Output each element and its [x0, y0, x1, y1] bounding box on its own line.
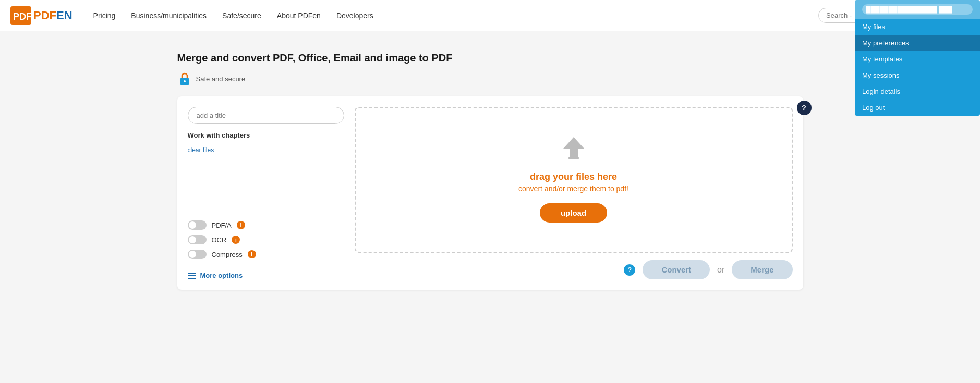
work-chapters-label: Work with chapters: [188, 131, 344, 139]
more-options-button[interactable]: More options: [188, 271, 344, 279]
dropdown-my-preferences[interactable]: My preferences: [855, 35, 980, 51]
nav-developers[interactable]: Developers: [336, 11, 373, 20]
nav-pricing[interactable]: Pricing: [93, 11, 116, 20]
pdfa-info-icon[interactable]: i: [237, 221, 245, 229]
user-dropdown-menu: ████████████████ ███ My files My prefere…: [855, 0, 980, 116]
compress-info-icon[interactable]: i: [248, 250, 256, 258]
clear-files-link[interactable]: clear files: [188, 146, 344, 154]
compress-label: Compress: [212, 251, 243, 258]
logo[interactable]: PDF PDFEN: [10, 6, 72, 25]
more-options-label: More options: [200, 271, 243, 279]
pdfa-label: PDF/A: [212, 221, 232, 229]
upload-button[interactable]: upload: [540, 203, 607, 223]
ocr-label: OCR: [212, 236, 227, 244]
toggle-row-pdfa: PDF/A i: [188, 220, 344, 230]
right-panel: drag your files here convert and/or merg…: [355, 107, 793, 279]
main-nav: Pricing Business/municipalities Safe/sec…: [93, 11, 818, 20]
action-bar: ? Convert or Merge: [355, 260, 793, 279]
svg-rect-5: [568, 157, 579, 159]
merge-button[interactable]: Merge: [732, 260, 792, 279]
dropdown-my-sessions[interactable]: My sessions: [855, 67, 980, 83]
hamburger-icon: [188, 273, 196, 279]
toggles-section: PDF/A i OCR i Compress i: [188, 220, 344, 259]
drop-text-sub: convert and/or merge them to pdf!: [518, 184, 628, 193]
convert-button[interactable]: Convert: [643, 260, 710, 279]
nav-about[interactable]: About PDFen: [277, 11, 321, 20]
ocr-toggle[interactable]: [188, 235, 207, 244]
title-input[interactable]: [188, 107, 344, 124]
logo-en-text: EN: [56, 9, 72, 22]
logo-pdf-text: PDF: [33, 9, 56, 22]
svg-point-3: [184, 80, 186, 82]
toggle-row-ocr: OCR i: [188, 235, 344, 244]
page-title: Merge and convert PDF, Office, Email and…: [177, 52, 803, 64]
drop-zone[interactable]: drag your files here convert and/or merg…: [355, 107, 793, 253]
nav-safe[interactable]: Safe/secure: [222, 11, 261, 20]
main-content: Merge and convert PDF, Office, Email and…: [156, 31, 824, 300]
header: PDF PDFEN Pricing Business/municipalitie…: [0, 0, 980, 31]
secure-badge: Safe and secure: [177, 71, 803, 86]
left-panel: Work with chapters clear files PDF/A i O…: [188, 107, 344, 279]
card-help-button[interactable]: ?: [797, 101, 812, 115]
upload-arrow-icon: [558, 137, 589, 163]
pdfa-toggle[interactable]: [188, 220, 207, 230]
dropdown-log-out[interactable]: Log out: [855, 100, 980, 116]
compress-toggle[interactable]: [188, 250, 207, 259]
dropdown-login-details[interactable]: Login details: [855, 83, 980, 100]
logo-icon: PDF: [10, 6, 31, 25]
dropdown-my-files[interactable]: My files: [855, 19, 980, 35]
ocr-info-icon[interactable]: i: [232, 236, 240, 244]
secure-text: Safe and secure: [196, 75, 246, 83]
nav-business[interactable]: Business/municipalities: [131, 11, 207, 20]
user-email-display: ████████████████ ███: [862, 4, 973, 15]
dropdown-my-templates[interactable]: My templates: [855, 51, 980, 67]
lock-icon: [177, 71, 192, 86]
action-help-icon[interactable]: ?: [624, 264, 635, 276]
converter-card: ? Work with chapters clear files PDF/A i…: [177, 96, 803, 290]
or-label: or: [717, 265, 724, 275]
dropdown-email-bar: ████████████████ ███: [855, 0, 980, 19]
svg-text:PDF: PDF: [13, 11, 31, 22]
drop-text-main: drag your files here: [530, 171, 617, 182]
svg-marker-4: [563, 137, 584, 157]
toggle-row-compress: Compress i: [188, 250, 344, 259]
